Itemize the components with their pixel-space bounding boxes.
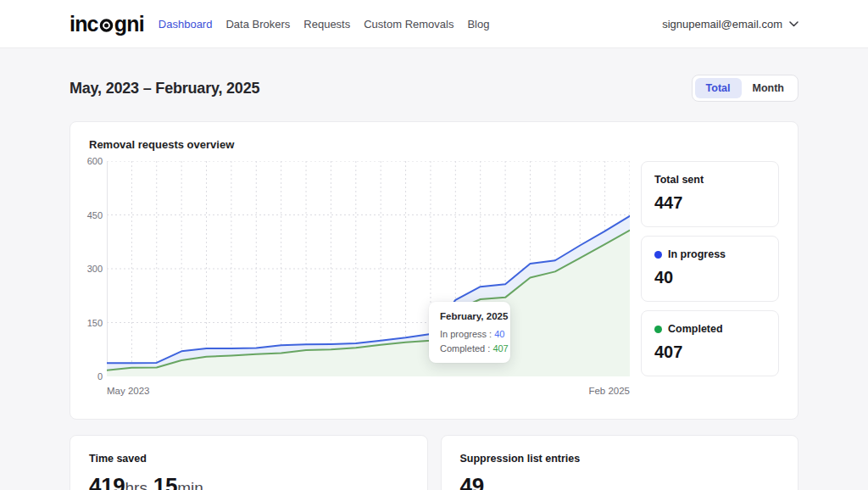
time-saved-title: Time saved — [89, 453, 409, 465]
stat-card-in-progress: In progress 40 — [641, 236, 779, 302]
time-saved-card: Time saved 419hrs 15min — [70, 435, 428, 490]
stat-value-completed: 407 — [654, 342, 765, 362]
stat-card-completed: Completed 407 — [641, 310, 779, 376]
area-chart — [107, 161, 630, 376]
suppression-title: Suppression list entries — [460, 453, 780, 465]
y-axis-tick-label: 0 — [97, 371, 103, 381]
stat-card-total-sent: Total sent 447 — [641, 161, 779, 227]
brand-logo[interactable]: inc gni — [70, 12, 144, 36]
chart-stats-column: Total sent 447 In progress 40 Completed — [641, 161, 779, 396]
time-saved-value: 419hrs 15min — [89, 473, 409, 490]
time-saved-minutes: 15 — [147, 473, 177, 490]
account-menu-trigger[interactable]: signupemail@email.com — [662, 18, 798, 31]
x-axis-labels: May 2023 Feb 2025 — [107, 386, 630, 396]
chart-area: 0150300450600 February, 2025 In progress… — [89, 161, 630, 396]
stat-label-total-sent: Total sent — [654, 174, 704, 186]
page-title: May, 2023 – February, 2025 — [70, 80, 259, 97]
chevron-down-icon — [789, 21, 798, 27]
tooltip-value-completed: 407 — [492, 343, 508, 354]
logo-text-suffix: gni — [114, 12, 144, 36]
logo-text-prefix: inc — [70, 12, 98, 36]
y-axis-tick-label: 150 — [87, 318, 103, 328]
top-nav-bar: inc gni Dashboard Data Brokers Requests … — [0, 0, 868, 48]
time-saved-hours-unit: hrs — [125, 479, 147, 490]
dashboard-main: May, 2023 – February, 2025 Total Month R… — [0, 75, 868, 490]
nav-item-data-brokers[interactable]: Data Brokers — [225, 18, 290, 31]
nav-item-dashboard[interactable]: Dashboard — [159, 18, 213, 31]
stat-label-completed: Completed — [668, 323, 723, 335]
tooltip-row-completed: Completed : 407 — [440, 343, 499, 354]
period-toggle: Total Month — [692, 75, 798, 102]
x-axis-label-end: Feb 2025 — [588, 386, 630, 396]
nav-item-custom-removals[interactable]: Custom Removals — [364, 18, 453, 31]
removal-requests-card: Removal requests overview 0150300450600 … — [70, 121, 798, 420]
chart-tooltip: February, 2025 In progress : 40 Complete… — [429, 302, 510, 363]
nav-item-requests[interactable]: Requests — [303, 18, 350, 31]
tooltip-row-in-progress: In progress : 40 — [440, 329, 499, 339]
suppression-value: 49 — [460, 473, 780, 490]
chart-plot[interactable]: February, 2025 In progress : 40 Complete… — [107, 161, 630, 376]
chart-title: Removal requests overview — [89, 138, 779, 151]
stat-label-in-progress: In progress — [668, 248, 726, 260]
y-axis-tick-label: 450 — [87, 210, 103, 220]
main-nav: Dashboard Data Brokers Requests Custom R… — [159, 18, 490, 31]
logo-o-icon — [99, 18, 114, 32]
tooltip-value-in-progress: 40 — [494, 329, 504, 339]
y-axis-tick-label: 600 — [87, 156, 103, 166]
y-axis-tick-label: 300 — [87, 264, 103, 274]
y-axis-labels: 0150300450600 — [89, 161, 107, 376]
tooltip-title: February, 2025 — [440, 311, 499, 321]
in-progress-dot-icon — [654, 251, 662, 259]
account-email: signupemail@email.com — [662, 18, 782, 31]
time-saved-hours: 419 — [89, 473, 125, 490]
time-saved-minutes-unit: min — [177, 479, 203, 490]
stat-value-total-sent: 447 — [654, 193, 765, 213]
nav-item-blog[interactable]: Blog — [467, 18, 489, 31]
toggle-total-button[interactable]: Total — [695, 78, 742, 98]
suppression-list-card: Suppression list entries 49 — [441, 435, 799, 490]
x-axis-label-start: May 2023 — [107, 386, 150, 396]
stat-value-in-progress: 40 — [654, 268, 765, 287]
completed-dot-icon — [654, 326, 662, 333]
toggle-month-button[interactable]: Month — [742, 78, 795, 98]
